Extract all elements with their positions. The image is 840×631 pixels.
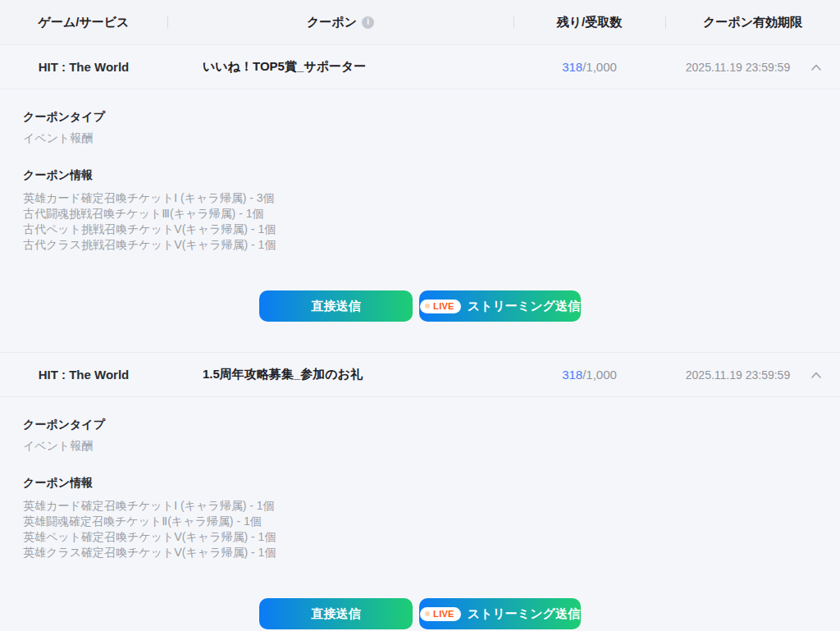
direct-send-button[interactable]: 直接送信	[259, 290, 413, 322]
coupon-item: 英雄カード確定召喚チケットⅠ (キャラ帰属) - 1個	[23, 498, 817, 514]
col-header-coupon: クーポン i	[167, 0, 514, 44]
coupon-type-value: イベント報酬	[23, 132, 817, 144]
coupon-item: 古代闘魂挑戦召喚チケットⅢ(キャラ帰属) - 1個	[23, 206, 817, 222]
coupon-title: いいね！TOP5賞_サポーター	[167, 45, 514, 89]
streaming-send-label: ストリーミング送信	[468, 606, 580, 622]
total-number: /1,000	[582, 60, 617, 74]
coupon-row-summary[interactable]: HIT : The World 1.5周年攻略募集_参加のお礼 318/1,00…	[0, 353, 840, 397]
coupon-row-summary[interactable]: HIT : The World いいね！TOP5賞_サポーター 318/1,00…	[0, 45, 840, 89]
coupon-item: 古代クラス挑戦召喚チケットⅤ(キャラ帰属) - 1個	[23, 237, 817, 253]
coupon-item-list: 英雄カード確定召喚チケットⅠ (キャラ帰属) - 3個 古代闘魂挑戦召喚チケット…	[23, 190, 817, 253]
chevron-up-icon[interactable]	[810, 371, 822, 378]
info-icon[interactable]: i	[362, 16, 374, 29]
coupon-info-label: クーポン情報	[23, 477, 817, 489]
remaining-number: 318	[562, 60, 582, 74]
coupon-item: 英雄ペット確定召喚チケットⅤ(キャラ帰属) - 1個	[23, 529, 817, 545]
remaining-number: 318	[562, 368, 582, 382]
coupon-detail-panel: クーポンタイプ イベント報酬 クーポン情報 英雄カード確定召喚チケットⅠ (キャ…	[0, 89, 840, 353]
coupon-item: 英雄クラス確定召喚チケットⅤ(キャラ帰属) - 1個	[23, 545, 817, 560]
direct-send-button[interactable]: 直接送信	[259, 598, 413, 629]
coupon-item: 英雄闘魂確定召喚チケットⅡ(キャラ帰属) - 1個	[23, 514, 817, 529]
remaining-count: 318/1,000	[514, 353, 665, 396]
live-dot-icon	[425, 611, 430, 616]
live-badge: LIVE	[420, 607, 461, 621]
col-header-remaining-count: 残り/受取数	[514, 0, 665, 44]
col-header-coupon-label: クーポン	[307, 15, 357, 30]
live-badge-label: LIVE	[433, 610, 454, 619]
total-number: /1,000	[582, 368, 617, 382]
coupon-item-list: 英雄カード確定召喚チケットⅠ (キャラ帰属) - 1個 英雄闘魂確定召喚チケット…	[23, 498, 817, 560]
coupon-table-header: ゲーム/サービス クーポン i 残り/受取数 クーポン有効期限	[0, 0, 840, 45]
coupon-title: 1.5周年攻略募集_参加のお礼	[167, 353, 514, 396]
streaming-send-label: ストリーミング送信	[468, 299, 580, 314]
remaining-count: 318/1,000	[514, 45, 665, 89]
coupon-item: 古代ペット挑戦召喚チケットV(キャラ帰属) - 1個	[23, 222, 817, 237]
coupon-detail-panel: クーポンタイプ イベント報酬 クーポン情報 英雄カード確定召喚チケットⅠ (キャ…	[0, 397, 840, 631]
coupon-item: 英雄カード確定召喚チケットⅠ (キャラ帰属) - 3個	[23, 190, 817, 206]
coupon-type-label: クーポンタイプ	[23, 418, 817, 431]
game-name: HIT : The World	[0, 353, 167, 396]
live-badge-label: LIVE	[433, 302, 454, 311]
streaming-send-button[interactable]: LIVE ストリーミング送信	[419, 598, 581, 629]
send-buttons: 直接送信 LIVE ストリーミング送信	[23, 290, 817, 322]
coupon-info-label: クーポン情報	[23, 169, 817, 181]
col-header-game-service: ゲーム/サービス	[0, 0, 167, 44]
live-dot-icon	[425, 304, 430, 309]
chevron-up-icon[interactable]	[810, 63, 822, 71]
coupon-type-value: イベント報酬	[23, 440, 817, 452]
send-buttons: 直接送信 LIVE ストリーミング送信	[23, 598, 817, 629]
streaming-send-button[interactable]: LIVE ストリーミング送信	[419, 290, 581, 322]
col-header-expiry: クーポン有効期限	[665, 0, 840, 44]
coupon-type-label: クーポンタイプ	[23, 111, 817, 123]
game-name: HIT : The World	[0, 45, 167, 89]
live-badge: LIVE	[420, 299, 461, 313]
